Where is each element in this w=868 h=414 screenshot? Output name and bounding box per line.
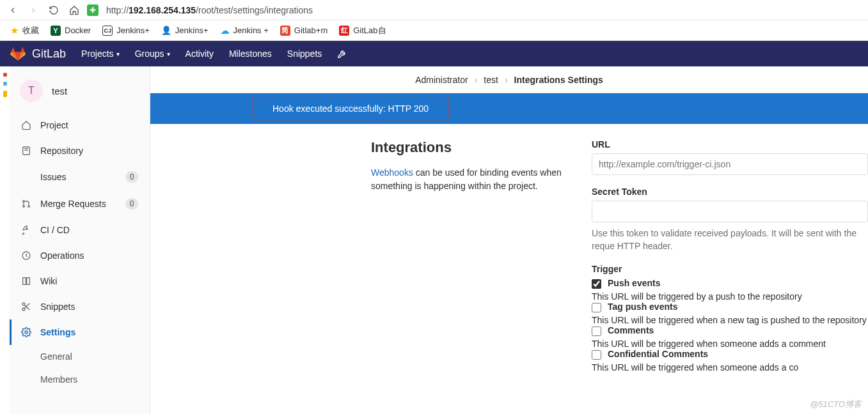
book-icon (21, 276, 31, 286)
sidebar-item-project[interactable]: Project (10, 112, 150, 138)
bookmark-jenkins-1[interactable]: CJJenkins+ (102, 26, 150, 36)
chevron-right-icon: › (475, 75, 478, 85)
left-ribbon (0, 66, 10, 414)
jenkins-icon: CJ (102, 26, 113, 36)
gitlab-icon: 简 (280, 26, 290, 36)
repo-icon (21, 146, 31, 156)
svg-point-9 (22, 308, 25, 310)
gitlab-icon: 红 (339, 26, 349, 36)
operations-icon (21, 250, 31, 261)
svg-point-4 (23, 206, 25, 208)
rocket-icon (21, 225, 31, 235)
trigger-comments: Comments (592, 325, 868, 336)
sidebar-sub-members[interactable]: Members (10, 368, 150, 391)
trigger-comments-desc: This URL will be triggered when someone … (592, 339, 868, 349)
svg-point-12 (25, 331, 28, 334)
nav-snippets[interactable]: Snippets (287, 49, 322, 59)
secret-token-help: Use this token to validate received payl… (592, 227, 868, 252)
trigger-push-events: Push events (592, 278, 868, 289)
sidebar-item-merge-requests[interactable]: Merge Requests 0 (10, 190, 150, 217)
gitlab-top-nav: GitLab Projects ▾ Groups ▾ Activity Mile… (0, 41, 868, 66)
webhook-form: URL Secret Token Use this token to valid… (579, 139, 868, 384)
project-avatar: T (20, 79, 43, 102)
bookmark-jenkins-3[interactable]: ☁Jenkins + (220, 25, 269, 36)
project-header[interactable]: T test (10, 73, 150, 112)
sidebar-item-wiki[interactable]: Wiki (10, 268, 150, 294)
trigger-confidential-checkbox[interactable] (592, 350, 601, 360)
chevron-right-icon: › (505, 75, 508, 85)
breadcrumb-project[interactable]: test (484, 75, 498, 85)
bookmarks-bar: ★收藏 YDocker CJJenkins+ 👤Jenkins+ ☁Jenkin… (0, 20, 868, 41)
page-title: Integrations (371, 139, 569, 156)
url-input[interactable] (592, 153, 868, 175)
url-bar[interactable]: http://192.168.254.135/root/test/setting… (104, 5, 863, 15)
svg-point-6 (27, 229, 28, 229)
security-shield-icon: ✚ (87, 4, 99, 16)
url-host: 192.168.254.135 (129, 5, 196, 15)
sidebar-item-settings[interactable]: Settings (10, 319, 150, 345)
bookmark-jenkins-2[interactable]: 👤Jenkins+ (161, 26, 209, 35)
sidebar-item-snippets[interactable]: Snippets (10, 294, 150, 319)
svg-point-5 (28, 206, 30, 208)
sidebar-sub-general[interactable]: General (10, 345, 150, 368)
flash-message: Hook executed successfully: HTTP 200 (253, 97, 448, 120)
trigger-push-desc: This URL will be triggered by a push to … (592, 291, 868, 302)
sidebar-item-operations[interactable]: Operations (10, 243, 150, 268)
trigger-tag-checkbox[interactable] (592, 303, 601, 312)
ribbon-dot (3, 91, 7, 97)
reload-button[interactable] (46, 3, 61, 18)
bookmark-gitlab-self[interactable]: 红GitLab自 (339, 25, 386, 36)
trigger-push-checkbox[interactable] (592, 279, 601, 289)
flash-banner: Hook executed successfully: HTTP 200 (150, 93, 868, 124)
bookmark-docker[interactable]: YDocker (51, 26, 91, 36)
watermark: @51CTO博客 (810, 399, 862, 410)
secret-token-input[interactable] (592, 201, 868, 222)
main-content: Administrator › test › Integrations Sett… (150, 66, 868, 414)
trigger-tag-push: Tag push events (592, 302, 868, 312)
bookmark-favorites[interactable]: ★收藏 (10, 25, 39, 36)
gitlab-logo[interactable]: GitLab (10, 46, 66, 61)
home-button[interactable] (67, 3, 82, 18)
url-label: URL (592, 139, 868, 150)
chevron-down-icon: ▾ (116, 50, 120, 57)
breadcrumb-current: Integrations Settings (514, 75, 603, 85)
gear-icon (21, 327, 31, 337)
forward-button[interactable] (26, 3, 41, 18)
ribbon-dot (3, 82, 7, 86)
project-sidebar: T test Project Repository Issues 0 Merge… (10, 66, 150, 414)
chevron-down-icon: ▾ (167, 50, 170, 57)
scissors-icon (21, 302, 31, 312)
trigger-comments-checkbox[interactable] (592, 326, 601, 336)
sidebar-item-issues[interactable]: Issues 0 (10, 164, 150, 190)
svg-point-3 (23, 201, 25, 203)
bookmark-gitlab-m[interactable]: 简Gitlab+m (280, 26, 327, 36)
home-icon (21, 120, 31, 130)
page-description: Webhooks can be used for binding events … (371, 166, 569, 193)
back-button[interactable] (5, 3, 20, 18)
breadcrumb-administrator[interactable]: Administrator (415, 75, 468, 85)
gitlab-tanuki-icon (10, 46, 26, 61)
nav-groups[interactable]: Groups ▾ (135, 49, 170, 59)
nav-projects[interactable]: Projects ▾ (81, 49, 120, 59)
breadcrumbs: Administrator › test › Integrations Sett… (150, 66, 868, 93)
jenkins-icon: 👤 (161, 26, 171, 35)
admin-wrench-icon[interactable] (337, 49, 347, 59)
svg-point-8 (22, 303, 25, 305)
webhooks-link[interactable]: Webhooks (371, 167, 413, 178)
ribbon-dot (3, 73, 7, 77)
merge-icon (21, 199, 31, 209)
nav-milestones[interactable]: Milestones (229, 49, 272, 59)
project-name: test (52, 86, 67, 96)
jenkins-cloud-icon: ☁ (220, 25, 230, 36)
mr-count-badge: 0 (125, 198, 138, 210)
browser-toolbar: ✚ http://192.168.254.135/root/test/setti… (0, 0, 868, 20)
url-prefix: http:// (106, 5, 129, 15)
url-path: /root/test/settings/integrations (196, 5, 313, 15)
sidebar-item-repository[interactable]: Repository (10, 138, 150, 164)
docker-icon: Y (51, 26, 61, 36)
issues-count-badge: 0 (125, 171, 138, 183)
trigger-label: Trigger (592, 264, 868, 274)
star-icon: ★ (10, 25, 19, 36)
nav-activity[interactable]: Activity (185, 49, 214, 59)
sidebar-item-ci-cd[interactable]: CI / CD (10, 217, 150, 243)
